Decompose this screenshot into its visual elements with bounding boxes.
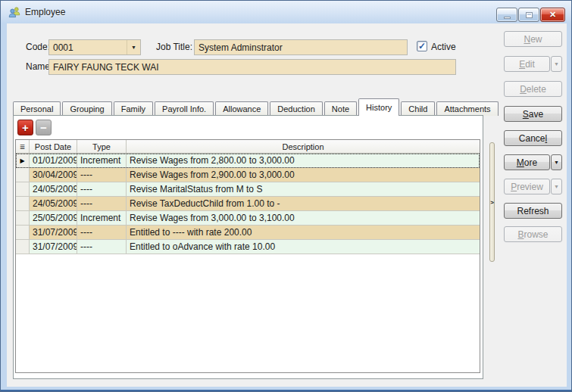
name-field[interactable]: FAIRY FAUNG TECK WAI: [48, 59, 456, 75]
cell-post-date: 01/01/2009: [30, 154, 77, 167]
row-indicator-cell: [16, 182, 30, 196]
table-row[interactable]: 24/05/2009----Revise TaxDeductChild from…: [16, 197, 480, 211]
edit-button-row: Edit▼: [504, 56, 562, 72]
tab-label: Child: [408, 104, 427, 114]
cell-type: ----: [77, 197, 127, 210]
cell-description: Revise MaritalStatus from M to S: [127, 182, 480, 196]
chevron-down-icon: ▼: [554, 61, 559, 67]
tab-payroll-info[interactable]: Payroll Info.: [155, 101, 214, 116]
close-button[interactable]: ✕: [540, 8, 565, 22]
tab-label: Attachments: [444, 104, 490, 114]
table-row[interactable]: 30/04/2009----Revise Wages from 2,900.00…: [16, 168, 480, 182]
button-label: Delete: [520, 84, 546, 95]
minimize-button[interactable]: [496, 8, 517, 22]
tab-deduction[interactable]: Deduction: [270, 101, 323, 116]
more-button[interactable]: More: [504, 154, 550, 170]
employee-window: Employee ✕ Code: 0001 ▼ Job Title: Syste…: [0, 0, 572, 392]
cell-post-date: 25/05/2009: [30, 211, 77, 225]
tab-attachments[interactable]: Attachments: [436, 101, 498, 116]
tab-label: Deduction: [277, 104, 315, 114]
active-label: Active: [431, 42, 456, 52]
active-checkbox[interactable]: ✓: [417, 41, 427, 51]
cell-type: ----: [77, 168, 127, 182]
check-icon: ✓: [418, 42, 426, 51]
history-grid: ≣Post DateTypeDescription ▶01/01/2009Inc…: [15, 139, 480, 373]
cell-description: Revise Wages from 3,000.00 to 3,100.00: [127, 211, 480, 225]
column-header-description[interactable]: Description: [127, 140, 480, 153]
preview-button[interactable]: Preview: [504, 179, 550, 194]
cell-description: Entitled to ---- with rate 200.00: [127, 226, 480, 239]
browse-button-row: Browse: [504, 226, 562, 242]
button-label: New: [524, 34, 542, 45]
cancel-button[interactable]: Cancel: [504, 130, 562, 146]
job-title-label: Job Title:: [156, 42, 192, 52]
cell-post-date: 30/04/2009: [30, 168, 77, 182]
tab-label: Grouping: [70, 104, 104, 114]
table-row[interactable]: 25/05/2009IncrementRevise Wages from 3,0…: [16, 211, 480, 226]
button-label: Edit: [519, 59, 535, 70]
cell-post-date: 31/07/2009: [30, 240, 77, 254]
tab-child[interactable]: Child: [401, 101, 435, 116]
table-row[interactable]: ▶01/01/2009IncrementRevise Wages from 2,…: [16, 154, 480, 168]
button-label: More: [517, 157, 537, 168]
remove-row-button[interactable]: −: [36, 120, 52, 135]
grid-header: ≣Post DateTypeDescription: [16, 140, 480, 154]
table-row[interactable]: 31/07/2009----Entitled to oAdvance with …: [16, 240, 480, 254]
edit-button[interactable]: Edit: [504, 56, 550, 72]
new-button-row: New: [504, 31, 562, 47]
tab-personal[interactable]: Personal: [13, 101, 61, 116]
button-label: Cancel: [519, 133, 547, 144]
tab-strip: PersonalGroupingFamilyPayroll Info.Allow…: [13, 98, 500, 116]
name-value: FAIRY FAUNG TECK WAI: [53, 62, 159, 73]
close-icon: ✕: [549, 10, 556, 20]
cell-description: Revise Wages from 2,900.00 to 3,000.00: [127, 168, 480, 182]
tab-grouping[interactable]: Grouping: [62, 101, 111, 116]
row-indicator-cell: [16, 168, 30, 182]
grid-body: ▶01/01/2009IncrementRevise Wages from 2,…: [16, 154, 480, 254]
collapse-splitter[interactable]: >: [489, 142, 495, 262]
tab-label: Note: [332, 104, 349, 114]
delete-button-row: Delete: [504, 81, 562, 97]
table-row[interactable]: 24/05/2009----Revise MaritalStatus from …: [16, 182, 480, 197]
job-title-value: System Adminstrator: [198, 42, 283, 53]
maximize-icon: [526, 12, 533, 18]
preview-dropdown-button[interactable]: ▼: [551, 179, 562, 194]
chevron-down-icon[interactable]: ▼: [127, 40, 140, 54]
cell-type: Increment: [77, 211, 127, 225]
tab-family[interactable]: Family: [114, 101, 153, 116]
titlebar[interactable]: Employee ✕: [1, 1, 571, 23]
edit-dropdown-button[interactable]: ▼: [551, 56, 562, 72]
button-label: Save: [523, 109, 543, 120]
tab-label: Personal: [20, 104, 53, 114]
add-row-button[interactable]: +: [17, 120, 33, 135]
code-combobox[interactable]: 0001 ▼: [48, 39, 141, 55]
refresh-button[interactable]: Refresh: [504, 203, 562, 219]
save-button[interactable]: Save: [504, 106, 562, 122]
more-dropdown-button[interactable]: ▼: [551, 154, 562, 170]
tab-history[interactable]: History: [358, 98, 399, 116]
column-header-type[interactable]: Type: [77, 140, 127, 153]
preview-button-row: Preview▼: [504, 179, 562, 194]
cell-post-date: 24/05/2009: [30, 182, 77, 196]
row-indicator-header-icon[interactable]: ≣: [16, 140, 30, 153]
job-title-field[interactable]: System Adminstrator: [194, 39, 408, 55]
tab-allowance[interactable]: Allowance: [215, 101, 268, 116]
cell-type: ----: [77, 182, 127, 196]
tab-label: History: [366, 103, 392, 112]
tab-note[interactable]: Note: [324, 101, 357, 116]
delete-button[interactable]: Delete: [504, 81, 562, 97]
cell-post-date: 31/07/2009: [30, 226, 77, 239]
row-indicator-cell: [16, 197, 30, 210]
new-button[interactable]: New: [504, 31, 562, 47]
maximize-button[interactable]: [518, 8, 539, 22]
cell-post-date: 24/05/2009: [30, 197, 77, 210]
plus-icon: +: [22, 122, 29, 133]
button-label: Preview: [511, 182, 543, 192]
column-header-post-date[interactable]: Post Date: [30, 140, 77, 153]
code-label: Code:: [26, 42, 50, 52]
code-value: 0001: [53, 42, 73, 53]
cell-description: Entitled to oAdvance with rate 10.00: [127, 240, 480, 254]
more-button-row: More▼: [504, 154, 562, 170]
table-row[interactable]: 31/07/2009----Entitled to ---- with rate…: [16, 226, 480, 240]
browse-button[interactable]: Browse: [504, 226, 562, 242]
